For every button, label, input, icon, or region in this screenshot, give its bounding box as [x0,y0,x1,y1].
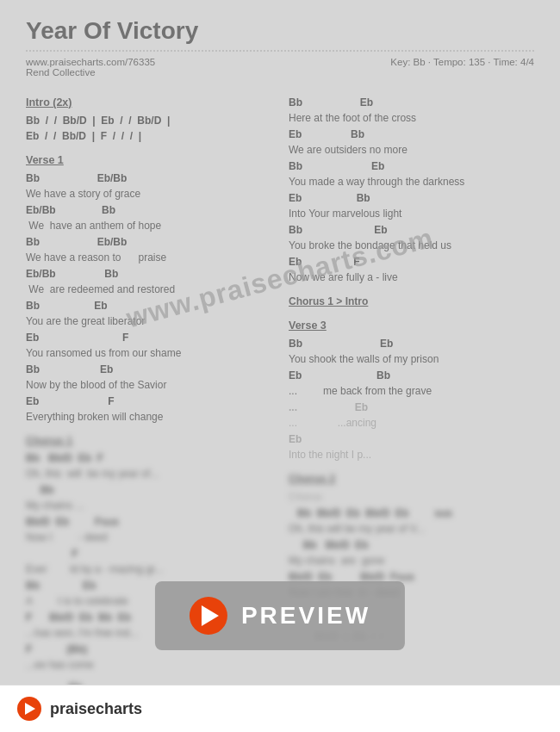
meta-row: www.praisecharts.com/76335 Rend Collecti… [26,57,534,78]
v1-c2: Eb/Bb Bb [26,202,271,218]
pc-c2: Eb Bb [289,127,534,142]
right-column: Bb Eb Here at the foot of the cross Eb B… [289,86,534,732]
pc-c3: Bb Eb [289,158,534,174]
song-url-artist: www.praisecharts.com/76335 Rend Collecti… [26,57,155,78]
pc-l1: Here at the foot of the cross [289,110,534,126]
separator [26,50,534,52]
v1-l2: We have an anthem of hope [26,218,271,233]
v1-l3: We have a reason to praise [26,250,271,265]
ch1-c2: Bb [26,482,271,498]
v1-c1: Bb Eb/Bb [26,171,271,186]
ch2-l3: Now I am free in - deed [289,585,534,600]
ch2-c1: Bb Bb/D Eb Bb/D Eb sus [289,506,534,521]
verse3-label: Verse 3 [289,318,534,334]
song-title: Year Of Victory [26,17,534,45]
content-columns: Intro (2x) Bb / / Bb/D | Eb / / Bb/D | E… [26,86,534,732]
footer-play-icon [25,703,35,715]
pc-c6: Eb F [289,254,534,270]
footer-site-name: praisecharts [50,700,142,718]
ch1-c3: Bb/D Eb Fsus [26,514,271,530]
intro-label: Intro (2x) [26,95,271,111]
verse1-section: Verse 1 Bb Eb/Bb We have a story of grac… [26,152,271,425]
ch1-c4: F [26,546,271,561]
ch1-c5: Bb Eb [26,578,271,593]
v3-c2: Eb Bb [289,368,534,383]
footer: praisecharts [0,685,560,732]
chorus1-left-label: Chorus 1 [26,433,271,450]
v3-l3: ... ...ancing [289,415,534,431]
v3-c3: ... Eb [289,400,534,415]
v3-c4: Eb [289,431,534,447]
ch1-c7: F (Bb) [26,642,271,657]
pc-c4: Eb Bb [289,190,534,206]
bottom-right-blurred: ...1 Bb/D | Eb / / [289,605,534,644]
br-l1: ...1 [289,605,534,621]
ch2-l1: Oh, this will be my year of V... [289,521,534,537]
v1-l7: Now by the blood of the Savior [26,377,271,393]
chorus2-right-label: Chorus 2 [289,471,534,487]
ch2-c3: Bb/D Eb Bb/D Fsus [289,569,534,585]
left-column: Intro (2x) Bb / / Bb/D | Eb / / Bb/D | E… [26,86,271,732]
ch1-l4: Ever ld by a - mazing gr... [26,561,271,577]
chorus1-intro-label: Chorus 1 > Intro [289,294,534,309]
v1-c8: Eb F [26,394,271,409]
verse3-section: Verse 3 Bb Eb You shook the walls of my … [289,318,534,462]
v3-l2: ... me back from the grave [289,383,534,399]
intro-section: Intro (2x) Bb / / Bb/D | Eb / / Bb/D | E… [26,95,271,144]
v3-l4: Into the night I p... [289,447,534,462]
pc-l5: You broke the bondage that held us [289,238,534,253]
v1-l1: We have a story of grace [26,186,271,202]
ch1-c1: Bb Bb/D Eb F [26,450,271,466]
prechorus-right-section: Bb Eb Here at the foot of the cross Eb B… [289,95,534,285]
ch1-l1: Oh, this will be my year of... [26,466,271,481]
verse1-label: Verse 1 [26,152,271,169]
ch1-l3: Now I - deed [26,530,271,545]
v1-c7: Bb Eb [26,362,271,377]
pc-l2: We are outsiders no more [289,142,534,158]
pc-l4: Into Your marvelous light [289,206,534,221]
footer-logo[interactable] [17,697,41,721]
v1-c6: Eb F [26,330,271,345]
ch1-l7: ...ee has come [26,657,271,673]
pc-c1: Bb Eb [289,95,534,110]
chorus1-intro-section: Chorus 1 > Intro [289,294,534,309]
pc-l6: Now we are fully a - live [289,270,534,285]
v1-l4: We are redeemed and restored [26,282,271,297]
v1-c4: Eb/Bb Bb [26,266,271,282]
ch2-l2: My chains are gone [289,553,534,568]
intro-chord-1: Bb / / Bb/D | Eb / / Bb/D | [26,113,271,128]
ch1-l2: My chains ... [26,498,271,513]
ch2-chorus-label: Chorus [289,489,534,505]
page: Year Of Victory www.praisecharts.com/763… [0,0,560,732]
ch1-l5: A t is to celebrate [26,593,271,609]
v1-c3: Bb Eb/Bb [26,234,271,250]
ch1-c6: F Bb/D Eb Bb Eb [26,610,271,625]
song-key-tempo-time: Key: Bb · Tempo: 135 · Time: 4/4 [390,57,534,78]
br-c2: Bb/D | Eb / / [289,629,534,644]
chorus2-right-section: Chorus 2 Chorus Bb Bb/D Eb Bb/D Eb sus O… [289,471,534,600]
v1-l5: You are the great liberator [26,313,271,329]
v1-c5: Bb Eb [26,298,271,313]
v1-l8: Everything broken will change [26,409,271,425]
ch1-l6: ...has won, I'm free ind... [26,625,271,641]
pc-c5: Bb Eb [289,222,534,238]
v3-c1: Bb Eb [289,336,534,351]
v3-l1: You shook the walls of my prison [289,351,534,367]
intro-chord-2: Eb / / Bb/D | F / / / | [26,128,271,144]
v1-l6: You ransomed us from our shame [26,345,271,361]
pc-l3: You made a way through the darkness [289,174,534,189]
chorus1-left-section: Chorus 1 Bb Bb/D Eb F Oh, this will be m… [26,433,271,673]
ch2-c2: Bb Bb/D Eb [289,537,534,553]
